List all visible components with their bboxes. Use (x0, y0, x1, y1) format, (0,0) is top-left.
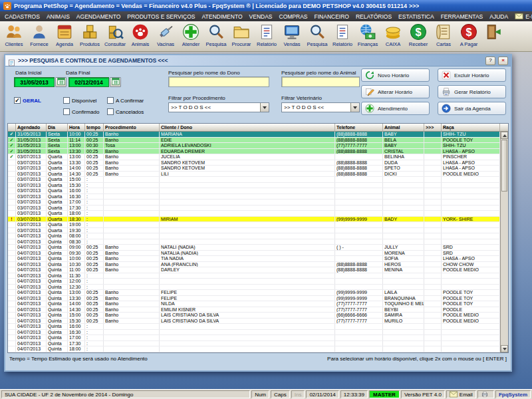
scroll-up-icon[interactable] (501, 132, 508, 139)
toolbar-button-pesquisa[interactable]: Pesquisa (203, 22, 229, 51)
table-row[interactable]: 04/07/2013Quinta14:0000:25BanhoNILDA(77)… (8, 301, 500, 307)
table-row[interactable]: 04/07/2013Quinta08:00: (8, 233, 500, 239)
table-row[interactable]: 03/07/2013Quarta14:0000:25BanhoSANDRO KE… (8, 166, 500, 172)
toolbar-button-relatorio[interactable]: Relatório (254, 22, 279, 51)
search-animal-input[interactable] (281, 76, 360, 87)
table-row[interactable]: 03/07/2013Quarta17:00: (8, 200, 500, 205)
button-alterar-horario[interactable]: Alterar Horário (361, 85, 430, 98)
toolbar-button-relatorio[interactable]: Relatório (330, 22, 355, 51)
button-atendimento[interactable]: Atendimento (361, 102, 430, 115)
toolbar-button-a-pagar[interactable]: $A Pagar (456, 22, 481, 51)
statusbar-email[interactable]: Email (446, 390, 476, 398)
table-row[interactable]: 04/07/2013Quinta12:00: (8, 279, 500, 285)
table-row[interactable]: 04/07/2013Quinta17:00: (8, 335, 500, 341)
toolbar-button-vendas[interactable]: Vendas (279, 22, 305, 51)
button-novo-horario[interactable]: Novo Horário (361, 68, 430, 82)
toolbar-button-produtos[interactable]: Produtos (77, 22, 102, 51)
button-gerar-relatorio[interactable]: Gerar Relatório (438, 85, 506, 98)
search-dono-input[interactable] (168, 76, 269, 87)
chevron-down-icon[interactable] (350, 103, 359, 112)
menu-item-atendimento[interactable]: ATENDIMENTO (198, 11, 245, 21)
table-row[interactable]: 04/07/2013Quinta08:30: (8, 239, 500, 245)
menu-item-e-mail[interactable]: E-MAIL (511, 11, 532, 21)
scroll-track[interactable] (501, 192, 508, 345)
checkbox-cancelados[interactable]: Cancelados (107, 108, 144, 115)
button-sair-da-agenda[interactable]: Sair da Agenda (438, 102, 506, 115)
table-row[interactable]: 03/07/2013Quarta16:30: (8, 194, 500, 200)
button-excluir-horario[interactable]: Excluir Horário (438, 68, 506, 82)
toolbar-button-pesquisa[interactable]: Pesquisa (305, 22, 330, 51)
table-row[interactable]: ✓31/05/2013Sexta13:3000:25BanhoEDUARDA D… (8, 149, 500, 155)
menu-item-agendamento[interactable]: AGENDAMENTO (73, 11, 124, 21)
table-row[interactable]: 03/07/2013Quarta19:30: (8, 228, 500, 234)
help-button[interactable]: ? (485, 57, 495, 65)
data-inicial-calendar-button[interactable] (55, 77, 66, 87)
toolbar-button-exit[interactable] (481, 22, 507, 51)
checkbox-geral[interactable]: ✓GERAL (14, 97, 41, 104)
menu-item-produtos-e-servicos[interactable]: PRODUTOS E SERVIÇOS (124, 11, 198, 21)
table-row[interactable]: 04/07/2013Quinta13:0000:25BanhoFELIPE(99… (8, 290, 500, 296)
toolbar-button-clientes[interactable]: Clientes (1, 22, 27, 51)
menu-item-compras[interactable]: COMPRAS (276, 11, 311, 21)
veterinario-select[interactable]: >> T O D O S << (281, 102, 360, 112)
toolbar-button-caixa[interactable]: CAIXA (380, 22, 406, 51)
procedimento-select[interactable]: >> T O D O S << (168, 102, 269, 112)
toolbar-button-animais[interactable]: Animais (128, 22, 153, 51)
toolbar-button-cartas[interactable]: Cartas (431, 22, 456, 51)
menu-item-animais[interactable]: ANIMAIS (43, 11, 73, 21)
toolbar-button-financas[interactable]: Finanças (355, 22, 380, 51)
table-row[interactable]: 04/07/2013Quinta09:0000:25BanhoNATALI (N… (8, 245, 500, 251)
data-final-calendar-button[interactable] (110, 77, 121, 87)
table-row[interactable]: ✓31/05/2013Sexta13:0000:30TosaADRIELA LE… (8, 143, 500, 149)
table-row[interactable]: 03/07/2013Quarta19:00: (8, 222, 500, 228)
statusbar-print[interactable] (477, 390, 494, 398)
data-inicial-field[interactable] (14, 77, 55, 87)
chevron-down-icon[interactable] (260, 103, 269, 112)
table-row[interactable]: 03/07/2013Quarta16:00: (8, 188, 500, 194)
toolbar-button-fornece[interactable]: Fornece (27, 22, 52, 51)
checkbox-a-confirmar[interactable]: A Confirmar (107, 97, 144, 104)
checkbox-disponivel[interactable]: Disponível (63, 97, 96, 104)
toolbar-button-atender[interactable]: Atender (178, 22, 203, 51)
table-row[interactable]: 03/07/2013Quarta17:30: (8, 205, 500, 211)
menu-item-financeiro[interactable]: FINANCEIRO (311, 11, 352, 21)
toolbar-button-receber[interactable]: $Receber (406, 22, 431, 51)
table-row[interactable]: 03/07/2013Quarta15:00: (8, 177, 500, 183)
table-row[interactable]: 04/07/2013Quinta14:3000:25BanhoEMILIM KI… (8, 307, 500, 313)
table-row[interactable]: 03/07/2013Quarta13:3000:25BanhoSANDRO KE… (8, 160, 500, 166)
table-row[interactable]: ✓03/07/2013Quarta13:0000:25BanhoJUCELIAB… (8, 154, 500, 160)
table-row[interactable]: 04/07/2013Quinta11:0000:25BanhoDARLEY(88… (8, 267, 500, 273)
table-row[interactable]: 04/07/2013Quinta16:00: (8, 324, 500, 330)
toolbar-button-vacinas[interactable]: Vacinas (153, 22, 178, 51)
checkbox-confirmado[interactable]: Confirmado (63, 108, 99, 115)
scroll-thumb[interactable] (501, 140, 507, 192)
table-row[interactable]: 04/07/2013Quinta10:0000:25BanhoTIA NADIA… (8, 256, 500, 262)
table-row[interactable]: 03/07/2013Quarta14:3000:25BanhoLILI(88)8… (8, 172, 500, 178)
table-scrollbar[interactable] (500, 132, 508, 352)
table-row[interactable]: 04/07/2013Quinta10:3000:25BanhoANA (FRAN… (8, 262, 500, 268)
data-final-field[interactable] (68, 77, 109, 87)
menu-item-vendas[interactable]: VENDAS (246, 11, 276, 21)
menu-item-cadastros[interactable]: CADASTROS (1, 11, 43, 21)
table-row[interactable]: 04/07/2013Quinta12:30: (8, 285, 500, 291)
table-row[interactable]: 04/07/2013Quinta11:30: (8, 273, 500, 279)
menu-item-ajuda[interactable]: AJUDA (486, 11, 511, 21)
toolbar-button-agenda[interactable]: Agenda (52, 22, 77, 51)
table-row[interactable]: 04/07/2013Quinta18:00: (8, 346, 500, 352)
table-row[interactable]: ✓31/05/2013Sexta11:1400:25BanhoEDIE(88)8… (8, 138, 500, 144)
close-button[interactable]: × (498, 57, 508, 65)
toolbar-button-procurar[interactable]: Procurar (229, 22, 254, 51)
table-row[interactable]: 04/07/2013Quinta15:0000:25BanhoLAIS CRIS… (8, 313, 500, 319)
scroll-down-icon[interactable] (501, 345, 508, 352)
table-row[interactable]: 04/07/2013Quinta16:30: (8, 330, 500, 336)
table-row[interactable]: 03/07/2013Quarta15:30: (8, 183, 500, 189)
menu-item-relatorios[interactable]: RELATÓRIOS (352, 11, 395, 21)
table-row[interactable]: !03/07/2013Quarta18:30:MIRIAM(99)9999-99… (8, 217, 500, 223)
toolbar-button-consultar[interactable]: Consultar (102, 22, 128, 51)
menu-item-estatistica[interactable]: ESTATISTICA (395, 11, 438, 21)
menu-item-ferramentas[interactable]: FERRAMENTAS (438, 11, 487, 21)
table-row[interactable]: 04/07/2013Quinta09:3000:25BanhoNATALIA (… (8, 251, 500, 257)
table-row[interactable]: 03/07/2013Quarta18:00: (8, 211, 500, 217)
table-row[interactable]: 04/07/2013Quinta15:3000:25BanhoLAIS CRIS… (8, 319, 500, 325)
window-titlebar[interactable]: >>> PESQUISA E CONTROLE DE AGENDAMENTOS … (5, 55, 511, 66)
